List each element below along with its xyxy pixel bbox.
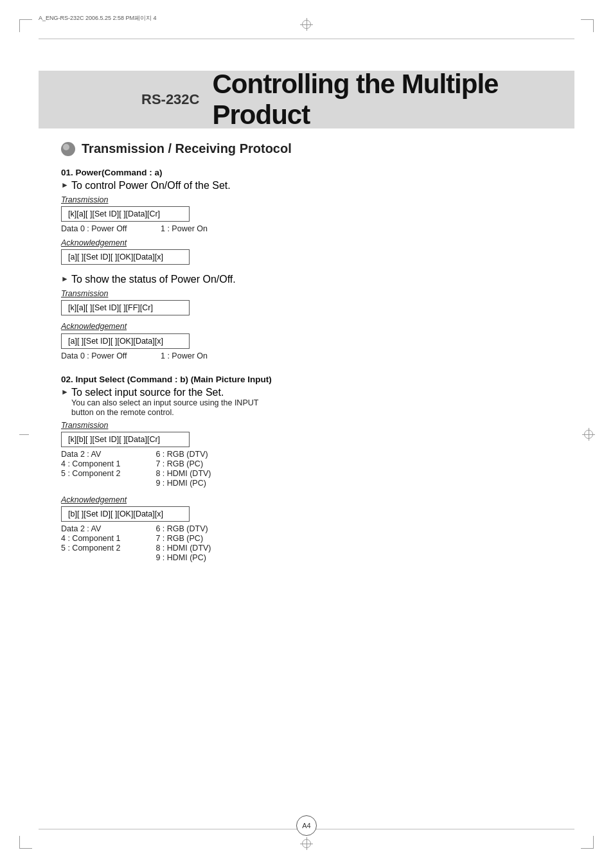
cmd02-sub-desc-1: You can also select an input source usin… — [61, 398, 568, 407]
cmd01-transmission-code: [k][a][ ][Set ID][ ][Data][Cr] — [61, 206, 190, 222]
section-icon — [61, 142, 75, 156]
cmd02-data-entry-2-2: 8 : HDMI (DTV) — [155, 469, 211, 478]
cmd02-ack-entry-1-0: Data 2 : AV — [61, 524, 120, 533]
cmd01-sub-ack-code: [a][ ][Set ID][ ][OK][Data][x] — [61, 333, 190, 349]
print-info: A_ENG-RS-232C 2006.5.25 2:58 PM페이지 4 — [39, 14, 157, 22]
cmd01-sub-ack-label: Acknowledgement — [61, 322, 568, 331]
cmd01-data-value: 1 : Power On — [161, 224, 208, 233]
cmd02-desc: ► To select input source for the Set. — [61, 387, 568, 398]
crosshair-bottom — [300, 837, 313, 850]
cmd02-data-entry-1-1: 4 : Component 1 — [61, 459, 120, 468]
cmd02-ack-data-col-1: Data 2 : AV 4 : Component 1 5 : Componen… — [61, 524, 120, 562]
page-number: A4 — [296, 815, 317, 836]
cmd02-ack-entry-1-2: 5 : Component 2 — [61, 544, 120, 553]
cmd01-sub-desc: ► To show the status of Power On/Off. — [61, 274, 568, 285]
arrow-icon: ► — [61, 181, 69, 190]
header-band: RS-232C Controlling the Multiple Product — [39, 71, 574, 128]
cmd02-data-entry-2-3: 9 : HDMI (PC) — [155, 479, 211, 488]
cmd02-ack-entry-2-2: 8 : HDMI (DTV) — [155, 544, 211, 553]
crosshair-top — [300, 18, 313, 31]
page: A_ENG-RS-232C 2006.5.25 2:58 PM페이지 4 RS-… — [0, 0, 613, 868]
crosshair-right — [582, 428, 595, 441]
cmd01-sub-data-label: Data 0 : Power Off — [61, 351, 161, 360]
cmd02-ack-entry-2-3: 9 : HDMI (PC) — [155, 553, 211, 562]
cmd02-transmission-label: Transmission — [61, 421, 568, 430]
cmd01-sub-data-row: Data 0 : Power Off 1 : Power On — [61, 351, 568, 360]
corner-mark-bl — [19, 836, 32, 849]
cmd02-ack-code: [b][ ][Set ID][ ][OK][Data][x] — [61, 506, 190, 522]
cmd01-sub-transmission-code: [k][a][ ][Set ID][ ][FF][Cr] — [61, 300, 190, 315]
cmd02-ack-label: Acknowledgement — [61, 495, 568, 504]
corner-mark-tl — [19, 19, 32, 32]
cmd02-ack-entry-1-1: 4 : Component 1 — [61, 534, 120, 543]
cmd02-ack-entry-2-0: 6 : RGB (DTV) — [155, 524, 211, 533]
section-header: Transmission / Receiving Protocol — [61, 141, 568, 156]
cmd02-data-entry-1-0: Data 2 : AV — [61, 450, 120, 459]
cmd01-ack-label: Acknowledgement — [61, 238, 568, 247]
cmd01-sub-transmission-label: Transmission — [61, 289, 568, 298]
side-mark-left — [19, 434, 29, 435]
page-title: Controlling the Multiple Product — [212, 69, 574, 130]
cmd01-ack-code: [a][ ][Set ID][ ][OK][Data][x] — [61, 249, 190, 265]
cmd01-data-row: Data 0 : Power Off 1 : Power On — [61, 224, 568, 233]
cmd02-data-entry-2-1: 7 : RGB (PC) — [155, 459, 211, 468]
section-title: Transmission / Receiving Protocol — [82, 141, 292, 156]
cmd02-ack-data-col-2: 6 : RGB (DTV) 7 : RGB (PC) 8 : HDMI (DTV… — [155, 524, 211, 562]
arrow-icon-2: ► — [61, 274, 69, 283]
cmd02-ack-entry-2-1: 7 : RGB (PC) — [155, 534, 211, 543]
command-02: 02. Input Select (Command : b) (Main Pic… — [61, 375, 568, 562]
cmd02-data-cols: Data 2 : AV 4 : Component 1 5 : Componen… — [61, 450, 568, 488]
cmd02-data-entry-2-0: 6 : RGB (DTV) — [155, 450, 211, 459]
cmd01-title: 01. Power(Command : a) — [61, 168, 568, 177]
command-01: 01. Power(Command : a) ► To control Powe… — [61, 168, 568, 360]
cmd01-sub-data-value: 1 : Power On — [161, 351, 208, 360]
edge-line-top — [39, 39, 574, 39]
cmd02-data-col-1: Data 2 : AV 4 : Component 1 5 : Componen… — [61, 450, 120, 488]
arrow-icon-3: ► — [61, 387, 69, 396]
cmd02-transmission-code: [k][b][ ][Set ID][ ][Data][Cr] — [61, 432, 190, 447]
cmd02-ack-data-cols: Data 2 : AV 4 : Component 1 5 : Componen… — [61, 524, 568, 562]
cmd02-data-entry-1-2: 5 : Component 2 — [61, 469, 120, 478]
cmd01-transmission-label: Transmission — [61, 195, 568, 204]
rs-label: RS-232C — [39, 91, 199, 108]
cmd02-title: 02. Input Select (Command : b) (Main Pic… — [61, 375, 568, 384]
cmd02-sub-desc-2: button on the remote control. — [61, 408, 568, 417]
cmd01-desc-text: To control Power On/Off of the Set. — [71, 180, 231, 191]
cmd01-data-label: Data 0 : Power Off — [61, 224, 161, 233]
cmd01-desc: ► To control Power On/Off of the Set. — [61, 180, 568, 191]
cmd01-sub-desc-text: To show the status of Power On/Off. — [71, 274, 236, 285]
corner-mark-tr — [581, 19, 594, 32]
cmd02-data-col-2: 6 : RGB (DTV) 7 : RGB (PC) 8 : HDMI (DTV… — [155, 450, 211, 488]
cmd02-desc-text: To select input source for the Set. — [71, 387, 224, 398]
corner-mark-br — [581, 836, 594, 849]
content-area: Transmission / Receiving Protocol 01. Po… — [61, 141, 568, 576]
